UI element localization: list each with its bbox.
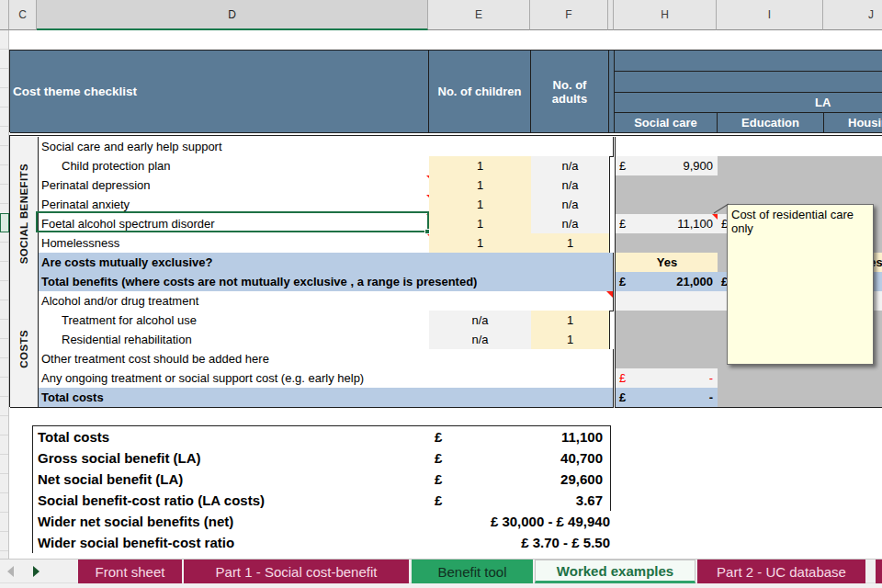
cell-j[interactable] (824, 368, 882, 389)
cell-h[interactable]: £21,000 (615, 272, 719, 292)
summary-label[interactable]: Wider net social benefits (net) (33, 511, 435, 533)
summary-value[interactable]: £40,700 (429, 447, 610, 469)
header-band-empty-2[interactable] (615, 72, 882, 93)
cell-i[interactable] (718, 156, 825, 176)
cell-h[interactable] (615, 233, 719, 254)
cell-e[interactable]: 1 (429, 175, 532, 196)
summary-value[interactable]: £ 3.70 - £ 5.50 (429, 532, 617, 553)
hidden-column-g-header (608, 0, 614, 30)
cell-h[interactable]: Yes (615, 253, 719, 273)
row-header-strip (0, 30, 9, 559)
row-label[interactable]: Social care and early help support (38, 137, 614, 157)
cell-e[interactable]: 1 (429, 156, 532, 176)
cell-h[interactable] (615, 291, 719, 311)
comment-connector-line (711, 200, 729, 215)
cell-f[interactable]: n/a (531, 214, 610, 234)
cell-h[interactable] (615, 137, 719, 157)
sheet-tab-worked-examples[interactable]: Worked examples (535, 560, 695, 583)
row-label[interactable]: Child protection plan (38, 156, 454, 176)
comment-tooltip: Cost of residential care only (727, 204, 874, 365)
sheet-tab-partial[interactable] (876, 560, 882, 583)
summary-value[interactable]: £3.67 (429, 490, 610, 512)
sheet-tab-part-2-uc-database[interactable]: Part 2 - UC database (697, 560, 865, 583)
header-band-empty-1[interactable] (615, 51, 882, 72)
cell-f[interactable]: 1 (531, 330, 610, 350)
cell-f[interactable]: 1 (531, 311, 610, 331)
corner-cell (0, 0, 9, 30)
summary-label[interactable]: Total costs (33, 426, 435, 448)
cell-h[interactable] (615, 175, 719, 196)
cell-e[interactable]: 1 (429, 214, 532, 234)
summary-value[interactable]: £29,600 (429, 469, 610, 491)
sheet-tab-front-sheet[interactable]: Front sheet (78, 560, 182, 583)
cell-h[interactable] (615, 349, 719, 369)
summary-value[interactable]: £ 30,000 - £ 49,940 (429, 511, 617, 533)
header-la-group[interactable]: LA (615, 93, 882, 113)
summary-label[interactable]: Wider social benefit-cost ratio (33, 532, 435, 553)
row-label[interactable]: Treatment for alcohol use (38, 311, 454, 331)
cell-h[interactable] (615, 330, 719, 350)
row-label[interactable]: Residential rehabilitation (38, 330, 454, 350)
summary-label[interactable]: Net social benefit (LA) (33, 469, 435, 491)
cell-j[interactable] (824, 156, 882, 176)
row-label[interactable]: Total costs (38, 388, 614, 408)
cell-h[interactable]: £- (615, 368, 719, 389)
cell-f[interactable]: n/a (531, 175, 610, 196)
column-header-j[interactable]: J (823, 0, 882, 30)
sheet-tab-benefit-tool[interactable]: Benefit tool (412, 560, 533, 583)
selected-cell-outline[interactable] (36, 211, 429, 232)
comment-tooltip-text: Cost of residential care only (731, 208, 854, 235)
chevron-left-icon[interactable] (7, 566, 14, 577)
cell-h[interactable] (615, 311, 719, 331)
row-label[interactable]: Any ongoing treatment or social support … (38, 368, 614, 389)
cell-h[interactable]: £9,900 (615, 156, 719, 176)
cell-e[interactable]: 1 (429, 195, 532, 215)
cell-h[interactable]: £- (615, 388, 719, 408)
selection-fill-handle[interactable] (424, 229, 430, 234)
sheet-tab-bar: Front sheetPart 1 - Social cost-benefitB… (0, 559, 882, 582)
column-header-c[interactable]: C (9, 0, 37, 30)
chevron-right-icon[interactable] (33, 566, 40, 577)
header-no-of-children[interactable]: No. of children (429, 51, 531, 133)
sheet-tab-part-1-social-cost-benefit[interactable]: Part 1 - Social cost-benefit (184, 560, 409, 583)
column-header-i[interactable]: I (717, 0, 823, 30)
header-la-housing[interactable]: Housing (824, 113, 882, 133)
cell-f[interactable]: n/a (531, 195, 610, 215)
cell-e[interactable]: n/a (429, 311, 532, 331)
cell-j[interactable] (824, 137, 882, 157)
section-costs: COSTS (10, 291, 39, 408)
cell-h[interactable]: £11,100 (615, 214, 719, 234)
cell-i[interactable] (718, 175, 825, 196)
header-cost-theme-checklist[interactable]: Cost theme checklist (10, 51, 429, 133)
cell-f[interactable]: 1 (531, 233, 610, 254)
column-header-d[interactable]: D (37, 0, 428, 30)
column-header-h[interactable]: H (614, 0, 717, 30)
column-header-f[interactable]: F (530, 0, 608, 30)
cell-e[interactable]: 1 (429, 233, 532, 254)
column-header-e[interactable]: E (428, 0, 530, 30)
cell-j[interactable] (824, 175, 882, 196)
row-label[interactable]: Homelessness (38, 233, 434, 254)
comment-marker-icon (606, 291, 613, 298)
cell-f[interactable]: n/a (531, 156, 610, 176)
header-la-social-care[interactable]: Social care (615, 113, 718, 133)
summary-label[interactable]: Gross social benefit (LA) (33, 447, 435, 469)
section-social-benefits: SOCIAL BENEFITS (10, 137, 39, 292)
summary-value[interactable]: £11,100 (429, 426, 610, 448)
row-label[interactable]: Perinatal depression (38, 175, 434, 196)
cell-j[interactable] (824, 388, 882, 408)
cell-i[interactable] (718, 368, 825, 389)
cell-h[interactable] (615, 195, 719, 215)
selected-row-header[interactable] (0, 213, 9, 232)
row-label[interactable]: Other treatment cost should be added her… (38, 349, 614, 369)
summary-label[interactable]: Social benefit-cost ratio (LA costs) (33, 490, 435, 512)
row-label[interactable]: Total benefits (where costs are not mutu… (38, 272, 614, 292)
header-no-of-adults[interactable]: No. of adults (531, 51, 609, 133)
cell-i[interactable] (718, 388, 825, 408)
table-header: Cost theme checklist No. of children No.… (9, 50, 882, 132)
row-label[interactable]: Alcohol and/or drug treatment (38, 291, 614, 311)
header-la-education[interactable]: Education (718, 113, 824, 133)
row-label[interactable]: Are costs mutually exclusive? (38, 253, 614, 273)
cell-e[interactable]: n/a (429, 330, 532, 350)
cell-i[interactable] (718, 137, 825, 157)
